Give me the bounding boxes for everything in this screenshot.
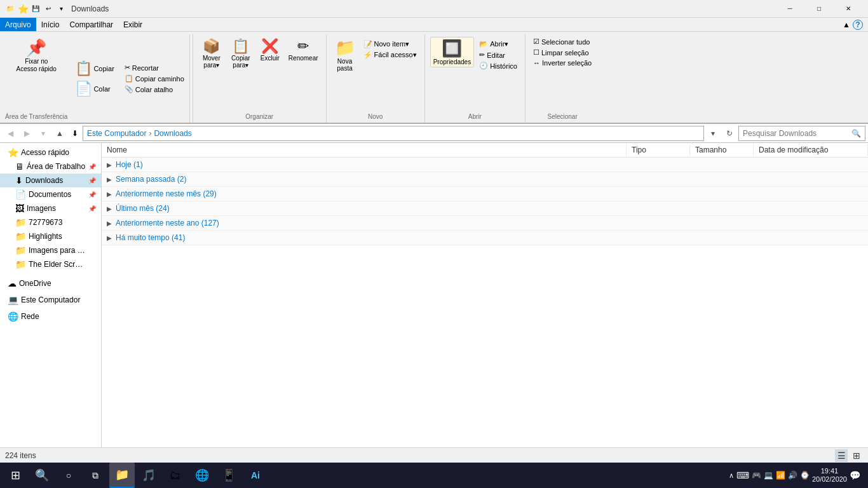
address-path[interactable]: Este Computador › Downloads: [83, 126, 704, 141]
window-icon: 📁: [5, 4, 15, 14]
view-details-button[interactable]: ☰: [835, 449, 848, 462]
quick-access-icon[interactable]: ⭐: [18, 4, 28, 14]
taskbar: ⊞ 🔍 ○ ⧉ 📁 🎵 🗂 🌐 📱 Ai ∧ ⌨ 🎮 💻 📶 🔊 ⌚ 19:41…: [0, 463, 868, 488]
chevron-icon: ▶: [107, 234, 112, 241]
minimize-button[interactable]: ─: [775, 0, 804, 18]
sidebar-label: Downloads: [25, 176, 63, 185]
app1-button[interactable]: 📱: [216, 463, 241, 488]
menu-inicio[interactable]: Início: [36, 18, 65, 31]
dropdown-icon[interactable]: ▾: [56, 4, 66, 14]
ribbon-btn-limpar-selecao[interactable]: ☐Limpar seleção: [531, 48, 594, 57]
chrome-button[interactable]: 🌐: [189, 463, 215, 488]
sidebar-item-documentos[interactable]: 📄 Documentos 📌: [0, 187, 101, 201]
col-header-tipo[interactable]: Tipo: [627, 144, 690, 156]
ribbon-btn-excluir[interactable]: ❌ Excluir: [257, 37, 283, 70]
sidebar-label: Documentos: [29, 190, 71, 199]
group-label: Hoje (1): [116, 160, 143, 169]
col-header-data[interactable]: Data de modificação: [754, 144, 868, 156]
systray-chevron[interactable]: ∧: [729, 471, 734, 480]
view-grid-button[interactable]: ⊞: [850, 449, 863, 462]
ribbon-btn-colar[interactable]: 📄 Colar: [72, 79, 116, 98]
path-folder-icon: ⬇: [69, 127, 81, 140]
system-clock[interactable]: 19:41 20/02/2020: [812, 467, 847, 484]
path-downloads[interactable]: Downloads: [154, 129, 191, 138]
images-icon: 🖼: [15, 203, 24, 214]
col-header-nome[interactable]: Nome: [102, 144, 627, 156]
ribbon-btn-propriedades[interactable]: 🔲 Propriedades: [430, 37, 474, 67]
notification-button[interactable]: 💬: [850, 470, 860, 480]
refresh-button[interactable]: ↻: [722, 126, 737, 141]
sidebar-label: Área de Trabalho: [27, 162, 85, 171]
ribbon-btn-recortar[interactable]: ✂Recortar: [122, 63, 187, 72]
sidebar-item-downloads[interactable]: ⬇ Downloads 📌: [0, 173, 101, 187]
group-ultimo-mes[interactable]: ▶ Último mês (24): [102, 201, 868, 216]
path-computer[interactable]: Este Computador: [87, 129, 146, 138]
file-list: Nome Tipo Tamanho Data de modificação ▶ …: [102, 143, 868, 447]
ribbon-btn-copiar[interactable]: 📋 Copiar: [72, 59, 116, 78]
ribbon-btn-copiar-para[interactable]: 📋 Copiarpara▾: [227, 37, 254, 70]
sidebar-item-imagens-skype[interactable]: 📁 Imagens para skype: [0, 243, 101, 257]
forward-button[interactable]: ▶: [19, 126, 34, 141]
explorer2-button[interactable]: 🗂: [163, 463, 188, 488]
menu-arquivo[interactable]: Arquivo: [0, 18, 36, 31]
chevron-icon: ▶: [107, 161, 112, 168]
menu-compartilhar[interactable]: Compartilhar: [64, 18, 118, 31]
ribbon-collapse-icon[interactable]: ▲: [843, 20, 850, 29]
search-input[interactable]: [743, 129, 851, 138]
sidebar-item-rede[interactable]: 🌐 Rede: [0, 309, 101, 323]
ribbon-btn-colar-atalho[interactable]: 📎Colar atalho: [122, 85, 187, 94]
start-button[interactable]: ⊞: [3, 463, 28, 488]
cortana-button[interactable]: ○: [56, 463, 81, 488]
ribbon-btn-copiar-caminho[interactable]: 📋Copiar caminho: [122, 74, 187, 83]
recent-locations-button[interactable]: ▾: [36, 126, 51, 141]
ribbon-btn-nova-pasta[interactable]: 📁 Novapasta: [332, 37, 358, 73]
menu-exibir[interactable]: Exibir: [118, 18, 147, 31]
sidebar-item-area-de-trabalho[interactable]: 🖥 Área de Trabalho 📌: [0, 159, 101, 173]
sidebar-item-highlights[interactable]: 📁 Highlights: [0, 229, 101, 243]
group-anteriormente-ano[interactable]: ▶ Anteriormente neste ano (127): [102, 216, 868, 231]
ribbon-btn-historico[interactable]: 🕘Histórico: [477, 61, 520, 71]
group-semana-passada[interactable]: ▶ Semana passada (2): [102, 172, 868, 187]
ribbon-btn-fixar[interactable]: 📌 Fixar noAcesso rápido: [14, 37, 59, 74]
group-ha-muito-tempo[interactable]: ▶ Há muito tempo (41): [102, 231, 868, 245]
sidebar-item-72779673[interactable]: 📁 72779673: [0, 215, 101, 229]
search-button[interactable]: 🔍: [29, 463, 55, 488]
volume-icon[interactable]: 🔊: [788, 471, 797, 480]
task-view-button[interactable]: ⧉: [83, 463, 108, 488]
sidebar-item-este-computador[interactable]: 💻 Este Computador: [0, 293, 101, 307]
sidebar-item-elder-scrolls[interactable]: 📁 The Elder Scrolls V S: [0, 257, 101, 271]
monitor-icon: 💻: [764, 471, 773, 480]
folder-icon: 📁: [15, 259, 26, 269]
app2-button[interactable]: Ai: [243, 463, 268, 488]
close-button[interactable]: ✕: [834, 0, 863, 18]
up-button[interactable]: ▲: [52, 126, 67, 141]
explorer-button[interactable]: 📁: [109, 463, 135, 488]
sidebar-item-onedrive[interactable]: ☁ OneDrive: [0, 276, 101, 290]
sidebar-item-imagens[interactable]: 🖼 Imagens 📌: [0, 201, 101, 215]
ribbon-btn-inverter-selecao[interactable]: ↔Inverter seleção: [531, 58, 594, 67]
documents-icon: 📄: [15, 189, 26, 200]
taskbar-systray: ∧ ⌨ 🎮 💻 📶 🔊 ⌚ 19:41 20/02/2020 💬: [724, 467, 865, 484]
spotify-button[interactable]: 🎵: [136, 463, 161, 488]
search-box[interactable]: 🔍: [738, 126, 865, 141]
ribbon-btn-novo-item[interactable]: 📝Novo item▾: [361, 39, 419, 49]
dropdown-locations-button[interactable]: ▾: [705, 126, 721, 141]
chevron-icon: ▶: [107, 191, 112, 198]
maximize-button[interactable]: □: [804, 0, 834, 18]
ribbon-btn-abrir[interactable]: 📂Abrir▾: [477, 39, 520, 49]
sidebar-item-acesso-rapido[interactable]: ⭐ Acesso rápido: [0, 146, 101, 159]
back-button[interactable]: ◀: [3, 126, 18, 141]
ribbon-btn-renomear[interactable]: ✏ Renomear: [286, 37, 321, 70]
ribbon-btn-facil-acesso[interactable]: ⚡Fácil acesso▾: [361, 50, 419, 60]
clock-icon: ⌚: [800, 471, 810, 480]
group-anteriormente-mes[interactable]: ▶ Anteriormente neste mês (29): [102, 187, 868, 201]
col-header-tamanho[interactable]: Tamanho: [690, 144, 754, 156]
group-hoje[interactable]: ▶ Hoje (1): [102, 158, 868, 172]
undo-icon[interactable]: ↩: [43, 4, 53, 14]
sidebar-label: 72779673: [29, 218, 62, 227]
ribbon-btn-editar[interactable]: ✏Editar: [477, 50, 520, 60]
ribbon-btn-selecionar-tudo[interactable]: ☑Selecionar tudo: [531, 37, 594, 46]
ribbon-btn-mover-para[interactable]: 📦 Moverpara▾: [198, 37, 225, 70]
help-icon[interactable]: ?: [853, 20, 863, 30]
save-icon[interactable]: 💾: [31, 4, 41, 14]
